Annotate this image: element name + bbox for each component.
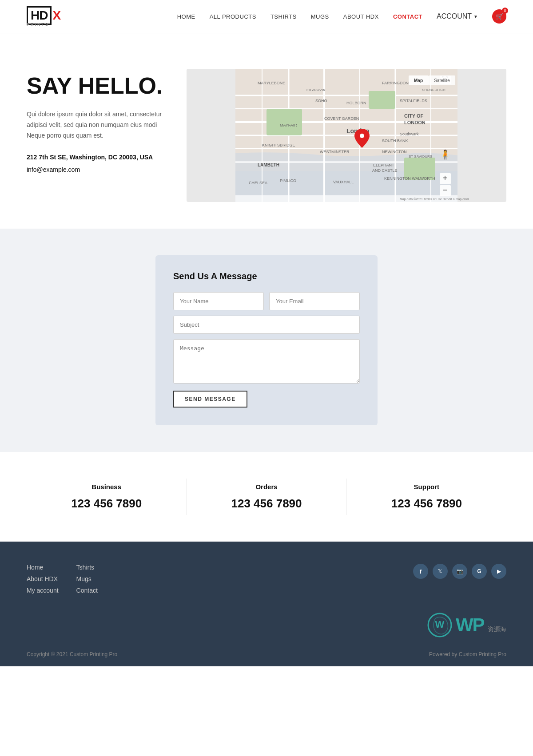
svg-text:KENNINGTON WALWORTH: KENNINGTON WALWORTH	[384, 176, 435, 181]
svg-text:LONDON: LONDON	[404, 120, 426, 125]
footer-bottom: Copyright © 2021 Custom Printing Pro Pow…	[27, 643, 506, 657]
contact-form-box: Send Us A Message SEND MESSAGE	[155, 255, 378, 425]
nav-about-hdx[interactable]: ABOUT HDX	[343, 13, 379, 20]
phone-support-label: Support	[356, 483, 497, 491]
hero-spacer	[0, 33, 533, 69]
nav-mugs[interactable]: MUGS	[311, 13, 329, 20]
send-message-button[interactable]: SEND MESSAGE	[173, 391, 247, 408]
svg-text:FARRINGDON: FARRINGDON	[382, 81, 409, 85]
footer-link-about[interactable]: About HDX	[27, 575, 59, 582]
svg-rect-14	[266, 109, 302, 135]
twitter-button[interactable]: 𝕏	[433, 564, 448, 579]
svg-text:NEWINGTON: NEWINGTON	[382, 150, 407, 154]
footer-link-contact[interactable]: Contact	[76, 587, 98, 594]
nav-tshirts[interactable]: TSHIRTS	[270, 13, 297, 20]
phone-support-number: 123 456 7890	[356, 497, 497, 511]
svg-text:SOHO: SOHO	[315, 99, 327, 103]
svg-text:PIMLICO: PIMLICO	[280, 178, 296, 183]
subject-input[interactable]	[173, 316, 360, 334]
svg-text:ST SAVIOURS: ST SAVIOURS	[409, 154, 432, 158]
footer-col-1: Home About HDX My account	[27, 564, 59, 594]
wp-circle-logo: W	[426, 612, 453, 638]
svg-rect-15	[369, 91, 395, 109]
svg-text:SPITALFIELDS: SPITALFIELDS	[400, 99, 427, 103]
svg-text:W: W	[435, 619, 445, 630]
contact-section: SAY HELLO. Qui dolore ipsum quia dolor s…	[0, 69, 533, 229]
phone-business-number: 123 456 7890	[36, 497, 177, 511]
chevron-down-icon: ▼	[473, 14, 478, 19]
cart-button[interactable]: 🛒 0	[492, 9, 506, 24]
svg-text:AND CASTLE: AND CASTLE	[372, 168, 398, 173]
main-nav: HOME ALL PRODUCTS TSHIRTS MUGS ABOUT HDX…	[177, 9, 506, 24]
footer-powered: Powered by Custom Printing Pro	[429, 651, 506, 657]
form-section: Send Us A Message SEND MESSAGE	[0, 229, 533, 452]
nav-account-label: ACCOUNT	[437, 12, 472, 20]
nav-account[interactable]: ACCOUNT ▼	[437, 12, 478, 20]
svg-text:SOUTH BANK: SOUTH BANK	[382, 139, 408, 143]
form-name-email-row	[173, 292, 360, 310]
nav-home[interactable]: HOME	[177, 13, 195, 20]
contact-heading: SAY HELLO.	[27, 73, 169, 99]
facebook-icon: f	[420, 568, 422, 575]
svg-text:COVENT GARDEN: COVENT GARDEN	[324, 116, 359, 121]
google-icon: G	[477, 568, 481, 574]
svg-text:LAMBETH: LAMBETH	[258, 162, 279, 167]
message-textarea[interactable]	[173, 339, 360, 384]
svg-text:FITZROVIA: FITZROVIA	[306, 88, 325, 92]
svg-text:WESTMINSTER: WESTMINSTER	[320, 150, 350, 154]
svg-text:Map: Map	[414, 78, 423, 83]
svg-text:Satellite: Satellite	[434, 78, 450, 83]
contact-body: Qui dolore ipsum quia dolor sit amet, co…	[27, 109, 169, 141]
footer-link-myaccount[interactable]: My account	[27, 587, 59, 594]
svg-text:+: +	[443, 174, 448, 182]
svg-point-43	[360, 134, 364, 138]
footer-top: Home About HDX My account Tshirts Mugs C…	[27, 564, 506, 594]
site-logo: HD X PRINTS	[27, 6, 60, 27]
wp-brand-text: WP 资源海	[456, 614, 506, 636]
cart-badge: 0	[502, 8, 508, 14]
svg-text:Southwark: Southwark	[400, 132, 419, 136]
footer-link-home[interactable]: Home	[27, 564, 59, 571]
svg-text:ELEPHANT: ELEPHANT	[373, 163, 394, 167]
contact-email: info@example.com	[27, 166, 169, 173]
footer-link-mugs[interactable]: Mugs	[76, 575, 98, 582]
logo-hd: HD	[31, 8, 48, 23]
instagram-button[interactable]: 📷	[452, 564, 467, 579]
footer-social: f 𝕏 📷 G ▶	[413, 564, 506, 594]
svg-text:HOLBORN: HOLBORN	[346, 101, 366, 105]
contact-address: 212 7th St SE, Washington, DC 20003, USA	[27, 154, 169, 161]
svg-text:SHOREDITCH: SHOREDITCH	[422, 88, 445, 92]
youtube-icon: ▶	[497, 568, 501, 574]
svg-text:CHELSEA: CHELSEA	[249, 181, 267, 185]
facebook-button[interactable]: f	[413, 564, 428, 579]
instagram-icon: 📷	[457, 568, 463, 574]
twitter-icon: 𝕏	[438, 568, 442, 574]
footer-copyright: Copyright © 2021 Custom Printing Pro	[27, 651, 117, 657]
google-button[interactable]: G	[472, 564, 487, 579]
footer-link-tshirts[interactable]: Tshirts	[76, 564, 98, 571]
svg-text:KNIGHTSBRIDGE: KNIGHTSBRIDGE	[262, 143, 295, 147]
nav-contact[interactable]: CONTACT	[393, 13, 422, 20]
email-input[interactable]	[269, 292, 360, 310]
map-svg: MARYLEBONE FITZROVIA FARRINGDON SHOREDIT…	[187, 69, 506, 202]
contact-info: SAY HELLO. Qui dolore ipsum quia dolor s…	[27, 69, 169, 173]
phone-orders-number: 123 456 7890	[195, 497, 337, 511]
youtube-button[interactable]: ▶	[491, 564, 506, 579]
logo-prints: PRINTS	[27, 22, 60, 27]
phone-orders: Orders 123 456 7890	[187, 479, 346, 515]
nav-all-products[interactable]: ALL PRODUCTS	[210, 13, 256, 20]
wp-logo-area: W WP 资源海	[426, 612, 506, 638]
phone-support: Support 123 456 7890	[347, 479, 506, 515]
site-header: HD X PRINTS HOME ALL PRODUCTS TSHIRTS MU…	[0, 0, 533, 33]
site-footer: Home About HDX My account Tshirts Mugs C…	[0, 542, 533, 666]
svg-text:VAUXHALL: VAUXHALL	[333, 180, 354, 184]
svg-text:CITY OF: CITY OF	[404, 113, 423, 119]
footer-col-2: Tshirts Mugs Contact	[76, 564, 98, 594]
svg-text:Map data ©2021  Terms of Use  : Map data ©2021 Terms of Use Report a map…	[400, 198, 469, 201]
name-input[interactable]	[173, 292, 264, 310]
map-container: MARYLEBONE FITZROVIA FARRINGDON SHOREDIT…	[187, 69, 506, 202]
form-title: Send Us A Message	[173, 271, 360, 281]
phone-business-label: Business	[36, 483, 177, 491]
svg-text:MAYFAIR: MAYFAIR	[280, 123, 297, 127]
cart-icon: 🛒	[496, 13, 503, 20]
